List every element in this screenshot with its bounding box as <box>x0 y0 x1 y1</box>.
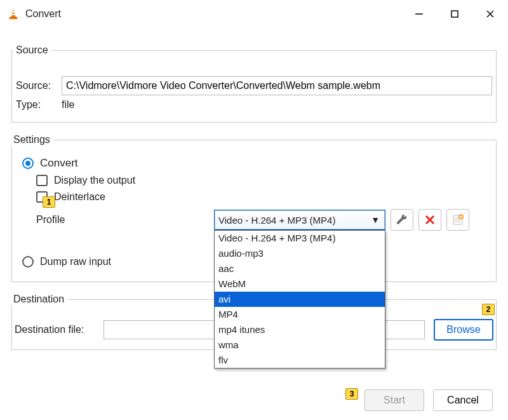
svg-rect-5 <box>451 11 458 17</box>
minimize-button[interactable] <box>401 1 437 27</box>
callout-1: 1 <box>43 196 55 208</box>
vlc-icon <box>6 7 20 21</box>
radio-convert-label: Convert <box>40 157 78 170</box>
checkbox-display-output[interactable]: Display the output <box>36 175 495 186</box>
destination-file-label: Destination file: <box>15 324 104 335</box>
checkbox-icon <box>36 175 48 186</box>
svg-rect-2 <box>11 14 15 15</box>
profile-combobox[interactable]: Video - H.264 + MP3 (MP4) ▼ <box>214 210 385 230</box>
radio-icon <box>22 158 34 169</box>
cancel-button[interactable]: Cancel <box>433 390 493 411</box>
titlebar: Convert <box>0 0 508 28</box>
source-group: Source Source: Type: file <box>11 44 497 123</box>
start-button[interactable]: Start <box>364 390 424 411</box>
type-label: Type: <box>16 99 62 111</box>
settings-group: Settings Convert Display the output Dein… <box>11 134 497 282</box>
source-label: Source: <box>16 80 62 91</box>
new-profile-icon <box>452 214 464 226</box>
callout-2: 2 <box>482 304 495 315</box>
profile-dropdown[interactable]: Video - H.264 + MP3 (MP4)audio-mp3aacWeb… <box>214 230 385 369</box>
profile-new-button[interactable] <box>446 209 469 231</box>
delete-x-icon <box>425 215 435 225</box>
profile-option[interactable]: Video - H.264 + MP3 (MP4) <box>215 231 385 246</box>
profile-label: Profile <box>36 214 65 225</box>
svg-marker-3 <box>9 17 18 19</box>
profile-option[interactable]: flv <box>215 353 385 368</box>
radio-convert[interactable]: Convert <box>22 157 495 170</box>
chevron-down-icon: ▼ <box>370 215 381 225</box>
profile-option[interactable]: aac <box>215 261 385 276</box>
type-value: file <box>62 99 492 111</box>
checkbox-display-output-label: Display the output <box>54 175 135 186</box>
checkbox-deinterlace-label: Deinterlace <box>54 191 105 203</box>
radio-dump-raw-label: Dump raw input <box>40 256 111 268</box>
maximize-button[interactable] <box>437 1 472 27</box>
window-title: Convert <box>25 8 61 20</box>
settings-legend: Settings <box>11 134 54 146</box>
profile-option[interactable]: MP4 <box>215 307 385 322</box>
close-button[interactable] <box>472 1 508 27</box>
source-input[interactable] <box>62 76 492 95</box>
source-legend: Source <box>13 44 52 56</box>
callout-3: 3 <box>345 388 358 400</box>
svg-rect-1 <box>12 11 15 13</box>
profile-option[interactable]: wma <box>215 337 385 353</box>
profile-delete-button[interactable] <box>418 209 441 231</box>
profile-option[interactable]: audio-mp3 <box>215 246 385 261</box>
profile-edit-button[interactable] <box>391 209 413 231</box>
profile-option[interactable]: avi <box>215 292 385 307</box>
browse-button[interactable]: Browse <box>434 319 493 341</box>
profile-option[interactable]: mp4 itunes <box>215 322 385 337</box>
checkbox-deinterlace[interactable]: Deinterlace <box>36 191 495 203</box>
profile-selected-value: Video - H.264 + MP3 (MP4) <box>218 215 370 226</box>
radio-icon <box>22 256 34 268</box>
destination-legend: Destination <box>11 294 68 305</box>
profile-option[interactable]: WebM <box>215 276 385 292</box>
wrench-icon <box>396 214 408 226</box>
